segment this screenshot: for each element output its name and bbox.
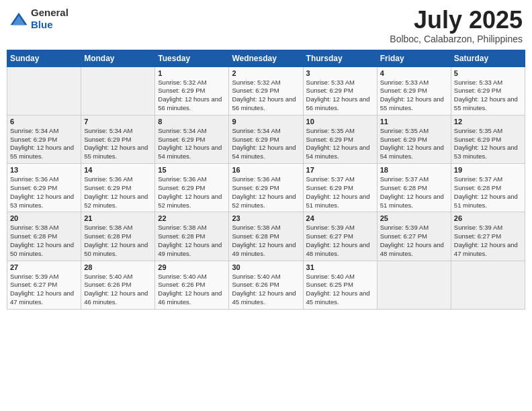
page-header: General Blue July 2025 Bolboc, Calabarzo…	[7, 7, 525, 44]
day-info: Sunrise: 5:39 AM Sunset: 6:27 PM Dayligh…	[380, 224, 448, 258]
day-info: Sunrise: 5:34 AM Sunset: 6:29 PM Dayligh…	[10, 127, 78, 161]
calendar-cell: 24Sunrise: 5:39 AM Sunset: 6:27 PM Dayli…	[303, 212, 377, 261]
calendar-cell: 5Sunrise: 5:33 AM Sunset: 6:29 PM Daylig…	[451, 66, 525, 115]
calendar-cell: 4Sunrise: 5:33 AM Sunset: 6:29 PM Daylig…	[377, 66, 451, 115]
day-number: 24	[306, 214, 374, 222]
calendar-cell: 9Sunrise: 5:34 AM Sunset: 6:29 PM Daylig…	[229, 115, 303, 163]
day-number: 2	[232, 69, 300, 77]
day-number: 14	[84, 166, 152, 174]
calendar-cell: 20Sunrise: 5:38 AM Sunset: 6:28 PM Dayli…	[7, 212, 81, 261]
calendar-cell: 26Sunrise: 5:39 AM Sunset: 6:27 PM Dayli…	[451, 212, 525, 261]
calendar-cell: 2Sunrise: 5:32 AM Sunset: 6:29 PM Daylig…	[229, 66, 303, 115]
calendar-week-row: 1Sunrise: 5:32 AM Sunset: 6:29 PM Daylig…	[7, 66, 525, 115]
day-number: 13	[10, 166, 78, 174]
day-number: 29	[158, 263, 226, 271]
day-info: Sunrise: 5:35 AM Sunset: 6:29 PM Dayligh…	[306, 127, 374, 161]
weekday-header: Saturday	[451, 50, 525, 66]
logo-text-general: General	[31, 7, 69, 18]
calendar-cell: 13Sunrise: 5:36 AM Sunset: 6:29 PM Dayli…	[7, 164, 81, 212]
day-info: Sunrise: 5:39 AM Sunset: 6:27 PM Dayligh…	[454, 224, 522, 258]
calendar-cell: 16Sunrise: 5:36 AM Sunset: 6:29 PM Dayli…	[229, 164, 303, 212]
day-info: Sunrise: 5:39 AM Sunset: 6:27 PM Dayligh…	[306, 224, 374, 258]
day-info: Sunrise: 5:39 AM Sunset: 6:27 PM Dayligh…	[10, 273, 78, 307]
logo-text-blue: Blue	[31, 19, 53, 30]
day-info: Sunrise: 5:34 AM Sunset: 6:29 PM Dayligh…	[232, 127, 300, 161]
calendar-week-row: 13Sunrise: 5:36 AM Sunset: 6:29 PM Dayli…	[7, 164, 525, 212]
calendar-cell	[81, 66, 155, 115]
day-info: Sunrise: 5:32 AM Sunset: 6:29 PM Dayligh…	[158, 79, 226, 113]
day-number: 12	[454, 118, 522, 126]
logo: General Blue	[9, 7, 69, 31]
calendar-cell: 11Sunrise: 5:35 AM Sunset: 6:29 PM Dayli…	[377, 115, 451, 163]
day-number: 20	[10, 214, 78, 222]
day-info: Sunrise: 5:34 AM Sunset: 6:29 PM Dayligh…	[84, 127, 152, 161]
calendar-cell: 22Sunrise: 5:38 AM Sunset: 6:28 PM Dayli…	[155, 212, 229, 261]
calendar-cell: 6Sunrise: 5:34 AM Sunset: 6:29 PM Daylig…	[7, 115, 81, 163]
calendar-cell: 14Sunrise: 5:36 AM Sunset: 6:29 PM Dayli…	[81, 164, 155, 212]
day-number: 23	[232, 214, 300, 222]
day-number: 15	[158, 166, 226, 174]
day-number: 4	[380, 69, 448, 77]
day-number: 22	[158, 214, 226, 222]
day-info: Sunrise: 5:33 AM Sunset: 6:29 PM Dayligh…	[454, 79, 522, 113]
weekday-header: Wednesday	[229, 50, 303, 66]
day-info: Sunrise: 5:38 AM Sunset: 6:28 PM Dayligh…	[232, 224, 300, 258]
day-info: Sunrise: 5:37 AM Sunset: 6:28 PM Dayligh…	[454, 175, 522, 210]
day-info: Sunrise: 5:40 AM Sunset: 6:25 PM Dayligh…	[306, 273, 374, 307]
day-number: 28	[84, 263, 152, 271]
day-info: Sunrise: 5:38 AM Sunset: 6:28 PM Dayligh…	[10, 224, 78, 258]
day-number: 11	[380, 118, 448, 126]
day-number: 8	[158, 118, 226, 126]
day-number: 21	[84, 214, 152, 222]
day-number: 31	[306, 263, 374, 271]
calendar-cell: 31Sunrise: 5:40 AM Sunset: 6:25 PM Dayli…	[303, 261, 377, 309]
title-block: July 2025 Bolboc, Calabarzon, Philippine…	[390, 7, 523, 44]
day-info: Sunrise: 5:36 AM Sunset: 6:29 PM Dayligh…	[10, 175, 78, 210]
day-info: Sunrise: 5:37 AM Sunset: 6:28 PM Dayligh…	[380, 175, 448, 210]
day-info: Sunrise: 5:40 AM Sunset: 6:26 PM Dayligh…	[158, 273, 226, 307]
day-number: 6	[10, 118, 78, 126]
day-number: 1	[158, 69, 226, 77]
calendar-cell: 30Sunrise: 5:40 AM Sunset: 6:26 PM Dayli…	[229, 261, 303, 309]
day-info: Sunrise: 5:33 AM Sunset: 6:29 PM Dayligh…	[306, 79, 374, 113]
day-info: Sunrise: 5:38 AM Sunset: 6:28 PM Dayligh…	[158, 224, 226, 258]
day-number: 25	[380, 214, 448, 222]
day-number: 17	[306, 166, 374, 174]
day-info: Sunrise: 5:32 AM Sunset: 6:29 PM Dayligh…	[232, 79, 300, 113]
day-number: 3	[306, 69, 374, 77]
calendar-cell: 27Sunrise: 5:39 AM Sunset: 6:27 PM Dayli…	[7, 261, 81, 309]
day-number: 26	[454, 214, 522, 222]
calendar-cell: 19Sunrise: 5:37 AM Sunset: 6:28 PM Dayli…	[451, 164, 525, 212]
day-info: Sunrise: 5:33 AM Sunset: 6:29 PM Dayligh…	[380, 79, 448, 113]
day-info: Sunrise: 5:36 AM Sunset: 6:29 PM Dayligh…	[232, 175, 300, 210]
day-number: 18	[380, 166, 448, 174]
calendar-cell: 1Sunrise: 5:32 AM Sunset: 6:29 PM Daylig…	[155, 66, 229, 115]
calendar-cell: 15Sunrise: 5:36 AM Sunset: 6:29 PM Dayli…	[155, 164, 229, 212]
day-info: Sunrise: 5:40 AM Sunset: 6:26 PM Dayligh…	[232, 273, 300, 307]
day-info: Sunrise: 5:36 AM Sunset: 6:29 PM Dayligh…	[84, 175, 152, 210]
calendar-cell: 3Sunrise: 5:33 AM Sunset: 6:29 PM Daylig…	[303, 66, 377, 115]
day-info: Sunrise: 5:36 AM Sunset: 6:29 PM Dayligh…	[158, 175, 226, 210]
calendar-cell: 23Sunrise: 5:38 AM Sunset: 6:28 PM Dayli…	[229, 212, 303, 261]
calendar-cell	[451, 261, 525, 309]
day-number: 27	[10, 263, 78, 271]
day-number: 10	[306, 118, 374, 126]
day-info: Sunrise: 5:40 AM Sunset: 6:26 PM Dayligh…	[84, 273, 152, 307]
calendar-week-row: 6Sunrise: 5:34 AM Sunset: 6:29 PM Daylig…	[7, 115, 525, 163]
day-number: 7	[84, 118, 152, 126]
calendar-cell: 29Sunrise: 5:40 AM Sunset: 6:26 PM Dayli…	[155, 261, 229, 309]
logo-icon	[9, 11, 28, 26]
calendar-cell: 18Sunrise: 5:37 AM Sunset: 6:28 PM Dayli…	[377, 164, 451, 212]
calendar-table: SundayMondayTuesdayWednesdayThursdayFrid…	[7, 50, 525, 310]
weekday-header: Tuesday	[155, 50, 229, 66]
weekday-header: Thursday	[303, 50, 377, 66]
day-info: Sunrise: 5:37 AM Sunset: 6:29 PM Dayligh…	[306, 175, 374, 210]
calendar-cell: 28Sunrise: 5:40 AM Sunset: 6:26 PM Dayli…	[81, 261, 155, 309]
day-info: Sunrise: 5:34 AM Sunset: 6:29 PM Dayligh…	[158, 127, 226, 161]
weekday-header: Monday	[81, 50, 155, 66]
calendar-cell: 12Sunrise: 5:35 AM Sunset: 6:29 PM Dayli…	[451, 115, 525, 163]
calendar-cell: 7Sunrise: 5:34 AM Sunset: 6:29 PM Daylig…	[81, 115, 155, 163]
day-info: Sunrise: 5:35 AM Sunset: 6:29 PM Dayligh…	[454, 127, 522, 161]
location-title: Bolboc, Calabarzon, Philippines	[390, 34, 523, 44]
calendar-week-row: 27Sunrise: 5:39 AM Sunset: 6:27 PM Dayli…	[7, 261, 525, 309]
